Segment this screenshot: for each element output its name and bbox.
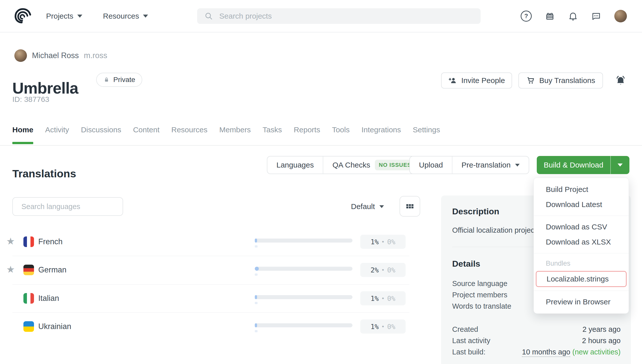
nav-resources-menu[interactable]: Resources [103, 0, 148, 32]
star-icon[interactable]: ★ [6, 264, 15, 275]
messages-chat-icon[interactable] [591, 11, 601, 21]
french-flag-icon [23, 236, 34, 247]
language-row-ukrainian[interactable]: Ukrainian 1% • 0% [0, 312, 410, 341]
highlight-box: Localizable.strings [536, 271, 627, 287]
tab-discussions[interactable]: Discussions [81, 126, 121, 144]
global-search[interactable] [197, 8, 481, 24]
meta-label-last-activity: Last activity [452, 337, 490, 345]
search-input[interactable] [219, 12, 446, 21]
progress-bar [255, 238, 352, 242]
app: Projects Resources ? [0, 0, 642, 364]
person-add-icon [448, 76, 457, 85]
invite-people-button[interactable]: Invite People [441, 72, 512, 89]
tab-reports[interactable]: Reports [294, 126, 320, 144]
watch-project-bell-icon[interactable] [615, 75, 626, 86]
tab-members[interactable]: Members [219, 126, 251, 144]
progress-bar [255, 323, 352, 327]
tab-resources[interactable]: Resources [171, 126, 207, 144]
menu-item-download-latest[interactable]: Download Latest [534, 197, 629, 212]
italian-flag-icon [23, 293, 34, 304]
buy-translations-button[interactable]: Buy Translations [518, 72, 603, 89]
meta-value-created: 2 years ago [582, 325, 621, 334]
meta-value-last-activity: 2 hours ago [582, 337, 621, 345]
pretranslation-button[interactable]: Pre-translation [452, 156, 529, 174]
chevron-down-icon [618, 164, 623, 167]
new-activities-link[interactable]: (new activities) [572, 348, 621, 356]
nav-projects-label: Projects [46, 12, 73, 20]
brand-logo-icon[interactable] [14, 7, 32, 25]
german-flag-icon [23, 265, 34, 275]
cart-icon [526, 76, 535, 85]
menu-item-build-project[interactable]: Build Project [534, 182, 629, 197]
view-toggle-button[interactable] [400, 196, 420, 217]
upload-label: Upload [419, 161, 443, 169]
lock-icon [103, 76, 110, 83]
language-name[interactable]: Italian [38, 294, 59, 303]
project-owner[interactable]: Michael Ross m.ross [14, 49, 107, 62]
build-and-download-label: Build & Download [544, 161, 603, 169]
build-and-download-button[interactable]: Build & Download [537, 156, 610, 174]
nav-resources-label: Resources [103, 12, 139, 20]
tab-tools[interactable]: Tools [332, 126, 350, 144]
notifications-bell-icon[interactable] [568, 11, 578, 21]
menu-divider [534, 291, 629, 291]
gift-icon[interactable] [545, 11, 555, 21]
user-avatar[interactable] [614, 10, 627, 22]
language-search-input[interactable] [12, 197, 123, 216]
language-name[interactable]: Ukrainian [38, 322, 71, 331]
chevron-down-icon [379, 205, 384, 208]
upload-pretranslation-group: Upload Pre-translation [409, 156, 529, 174]
chevron-down-icon [143, 15, 148, 18]
qa-checks-label: QA Checks [332, 161, 370, 169]
owner-avatar[interactable] [14, 49, 27, 62]
meta-label-last-build: Last build: [452, 348, 485, 356]
upload-button[interactable]: Upload [410, 156, 452, 174]
tab-activity[interactable]: Activity [45, 126, 69, 144]
sort-selected-label: Default [351, 202, 375, 211]
grid-view-icon [405, 201, 415, 211]
detail-label-project-members: Project members [452, 291, 507, 299]
description-title: Description [452, 207, 499, 216]
menu-item-download-xlsx[interactable]: Download as XLSX [534, 234, 629, 250]
last-build-link[interactable]: 10 months ago [522, 348, 570, 357]
meta-value-last-build: 10 months ago (new activities) [522, 348, 621, 356]
tab-integrations[interactable]: Integrations [362, 126, 401, 144]
language-name[interactable]: German [38, 265, 66, 274]
tabs-divider [0, 145, 642, 146]
menu-item-localizable-strings[interactable]: Localizable.strings [537, 272, 626, 286]
page-title: Umbrella [12, 79, 78, 97]
language-row-french[interactable]: ★ French 1% • 0% [0, 228, 410, 256]
menu-item-preview-in-browser[interactable]: Preview in Browser [534, 294, 629, 309]
qa-checks-button[interactable]: QA Checks NO ISSUES [323, 156, 424, 174]
meta-label-created: Created [452, 325, 478, 334]
tab-tasks[interactable]: Tasks [263, 126, 282, 144]
owner-username: m.ross [84, 51, 107, 60]
ukrainian-flag-icon [23, 321, 34, 332]
help-icon[interactable]: ? [521, 11, 532, 22]
menu-divider [534, 253, 629, 253]
language-row-italian[interactable]: Italian 1% • 0% [0, 284, 410, 312]
tab-home[interactable]: Home [12, 126, 33, 144]
approved-progress-stub [255, 302, 258, 304]
build-menu-toggle[interactable] [610, 156, 629, 174]
top-nav: Projects Resources ? [0, 0, 642, 32]
details-title: Details [452, 259, 480, 269]
tab-content[interactable]: Content [133, 126, 159, 144]
detail-label-source-language: Source language [452, 279, 507, 288]
search-icon [204, 12, 213, 21]
star-icon[interactable]: ★ [6, 236, 15, 247]
menu-item-download-csv[interactable]: Download as CSV [534, 219, 629, 234]
language-name[interactable]: French [38, 237, 62, 246]
progress-bar [255, 267, 352, 271]
section-title: Translations [12, 168, 76, 180]
menu-divider [534, 216, 629, 216]
privacy-badge: Private [96, 73, 142, 87]
sort-dropdown[interactable]: Default [351, 197, 384, 216]
language-row-german[interactable]: ★ German 2% • 0% [0, 256, 410, 284]
buy-translations-label: Buy Translations [539, 76, 595, 85]
nav-projects-menu[interactable]: Projects [46, 0, 82, 32]
languages-button[interactable]: Languages [267, 156, 323, 174]
approved-progress-stub [255, 245, 258, 248]
tab-settings[interactable]: Settings [413, 126, 440, 144]
project-id: ID: 387763 [12, 95, 49, 104]
